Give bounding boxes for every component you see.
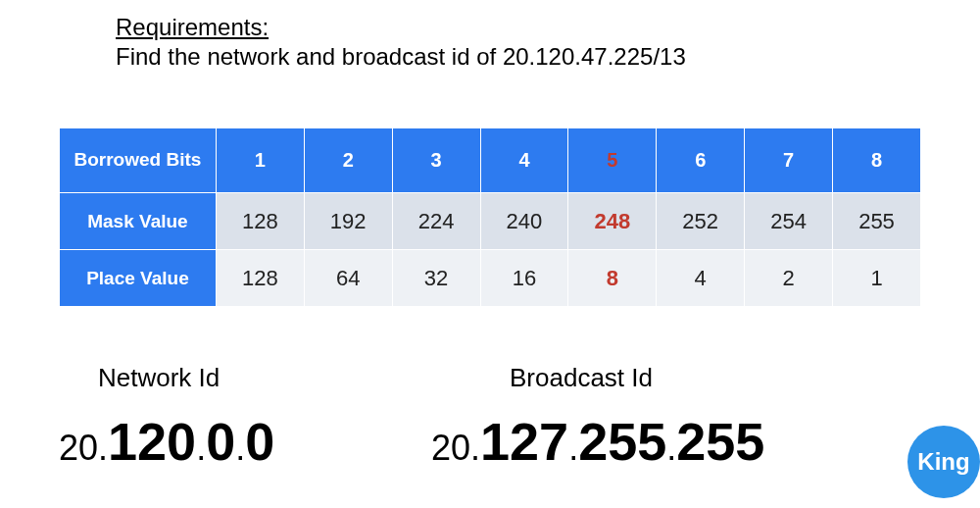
requirements-block: Requirements: Find the network and broad… xyxy=(116,14,686,71)
header-col-6: 6 xyxy=(657,128,745,193)
place-cell-2: 64 xyxy=(304,250,392,307)
dot: . xyxy=(666,428,676,468)
place-cell-7: 2 xyxy=(745,250,833,307)
king-logo: King xyxy=(907,426,980,498)
network-id-block: Network Id 20.120.0.0 xyxy=(59,363,431,472)
mask-cell-6: 252 xyxy=(657,193,745,250)
table-row-place: Place Value 128 64 32 16 8 4 2 1 xyxy=(60,250,921,307)
network-prefix: 20. xyxy=(59,428,108,468)
broadcast-prefix: 20. xyxy=(431,428,480,468)
mask-cell-7: 254 xyxy=(745,193,833,250)
broadcast-id-block: Broadcast Id 20.127.255.255 xyxy=(431,363,921,472)
header-col-8: 8 xyxy=(833,128,921,193)
place-cell-3: 32 xyxy=(392,250,480,307)
requirements-title: Requirements: xyxy=(116,14,686,41)
place-cell-8: 1 xyxy=(833,250,921,307)
dot: . xyxy=(568,428,578,468)
header-col-3: 3 xyxy=(392,128,480,193)
network-id-value: 20.120.0.0 xyxy=(59,411,431,472)
place-cell-4: 16 xyxy=(480,250,568,307)
header-col-7: 7 xyxy=(745,128,833,193)
place-cell-1: 128 xyxy=(216,250,304,307)
mask-cell-4: 240 xyxy=(480,193,568,250)
header-col-5: 5 xyxy=(568,128,657,193)
bit-table: Borrowed Bits 1 2 3 4 5 6 7 8 Mask Value… xyxy=(59,127,921,307)
network-octet-2: 0 xyxy=(206,412,235,471)
place-cell-6: 4 xyxy=(657,250,745,307)
broadcast-octet-3: 255 xyxy=(676,412,764,471)
header-col-4: 4 xyxy=(480,128,568,193)
mask-cell-2: 192 xyxy=(304,193,392,250)
dot: . xyxy=(196,428,206,468)
table-row-mask: Mask Value 128 192 224 240 248 252 254 2… xyxy=(60,193,921,250)
header-borrowed-bits: Borrowed Bits xyxy=(60,128,217,193)
broadcast-octet-2: 255 xyxy=(578,412,666,471)
header-col-1: 1 xyxy=(216,128,304,193)
requirements-body: Find the network and broadcast id of 20.… xyxy=(116,43,686,71)
king-logo-text: King xyxy=(917,448,969,476)
network-octet-3: 0 xyxy=(245,412,274,471)
mask-cell-3: 224 xyxy=(392,193,480,250)
mask-cell-5: 248 xyxy=(568,193,657,250)
table-header-row: Borrowed Bits 1 2 3 4 5 6 7 8 xyxy=(60,128,921,193)
place-cell-5: 8 xyxy=(568,250,657,307)
dot: . xyxy=(235,428,245,468)
mask-cell-1: 128 xyxy=(216,193,304,250)
row-label-place: Place Value xyxy=(60,250,217,307)
broadcast-octet-1: 127 xyxy=(480,412,568,471)
results-row: Network Id 20.120.0.0 Broadcast Id 20.12… xyxy=(59,363,921,472)
header-col-2: 2 xyxy=(304,128,392,193)
network-octet-1: 120 xyxy=(108,412,196,471)
mask-cell-8: 255 xyxy=(833,193,921,250)
broadcast-id-label: Broadcast Id xyxy=(431,363,921,393)
network-id-label: Network Id xyxy=(59,363,431,393)
broadcast-id-value: 20.127.255.255 xyxy=(431,411,921,472)
row-label-mask: Mask Value xyxy=(60,193,217,250)
